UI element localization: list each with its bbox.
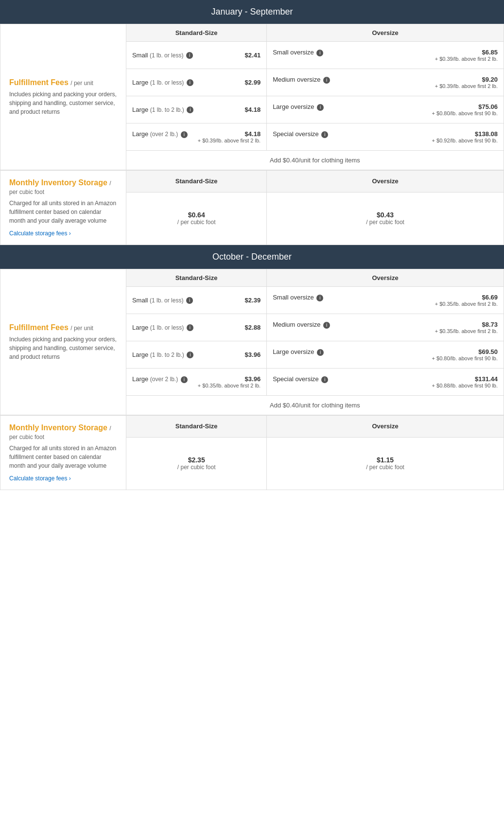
fulfillment-desc-oct: Includes picking and packing your orders… (9, 335, 117, 361)
ovr-cell-oct-1: Medium oversize i $8.73 + $0.35/lb. abov… (267, 314, 504, 341)
oct-dec-header: October - December (0, 245, 504, 269)
jan-sep-title: January - September (211, 7, 293, 17)
storage-desc-jan: Charged for all units stored in an Amazo… (9, 199, 117, 225)
ovr-cell-oct-2: Large oversize i $69.50 + $0.80/lb. abov… (267, 341, 504, 369)
clothing-note-oct: Add $0.40/unit for clothing items (126, 396, 504, 415)
std-storage-header-jan: Standard-Size (126, 171, 267, 193)
fulfillment-label-cell-jan: Fulfillment Fees / per unit Includes pic… (0, 24, 126, 170)
storage-label-cell-oct: Monthly Inventory Storage / per cubic fo… (0, 416, 126, 490)
jan-sep-storage-row: Monthly Inventory Storage / per cubic fo… (0, 171, 504, 193)
ovr-storage-header-oct: Oversize (267, 416, 504, 438)
oct-dec-title: October - December (212, 252, 292, 262)
ovr-header-oct: Oversize (267, 269, 504, 287)
ovr-cell-jan-3: Special oversize i $138.08 + $0.92/lb. a… (267, 123, 504, 151)
info-icon[interactable]: i (186, 52, 193, 59)
info-icon[interactable]: i (321, 131, 328, 138)
ovr-storage-price-jan: $0.43 / per cubic foot (267, 192, 504, 245)
info-icon[interactable]: i (317, 104, 324, 111)
info-icon[interactable]: i (321, 376, 328, 383)
info-icon[interactable]: i (187, 324, 193, 331)
info-icon[interactable]: i (316, 295, 323, 301)
jan-sep-section: January - September Fulfillment Fees / p… (0, 0, 504, 245)
info-icon[interactable]: i (181, 131, 188, 138)
std-cell-oct-1: Large (1 lb. or less) i $2.88 (126, 314, 266, 341)
storage-title-jan: Monthly Inventory Storage / per cubic fo… (9, 178, 117, 196)
storage-label-cell-jan: Monthly Inventory Storage / per cubic fo… (0, 171, 126, 245)
std-cell-jan-0: Small (1 lb. or less) i $2.41 (126, 42, 266, 69)
info-icon[interactable]: i (317, 349, 324, 356)
jan-sep-fulfillment-row: Fulfillment Fees / per unit Includes pic… (0, 24, 504, 42)
info-icon[interactable]: i (187, 79, 193, 86)
ovr-cell-jan-0: Small oversize i $6.85 + $0.39/lb. above… (267, 42, 504, 69)
std-storage-header-oct: Standard-Size (126, 416, 267, 438)
fulfillment-desc-jan: Includes picking and packing your orders… (9, 90, 117, 116)
clothing-note-jan: Add $0.40/unit for clothing items (126, 151, 504, 170)
fulfillment-label-cell-oct: Fulfillment Fees / per unit Includes pic… (0, 269, 126, 415)
std-storage-price-oct: $2.35 / per cubic foot (126, 437, 267, 490)
std-cell-jan-2: Large (1 lb. to 2 lb.) i $4.18 (126, 96, 266, 123)
std-storage-price-jan: $0.64 / per cubic foot (126, 192, 267, 245)
storage-title-oct: Monthly Inventory Storage / per cubic fo… (9, 423, 117, 441)
oct-dec-fulfillment-row: Fulfillment Fees / per unit Includes pic… (0, 269, 504, 287)
info-icon[interactable]: i (181, 376, 188, 383)
ovr-storage-price-oct: $1.15 / per cubic foot (267, 437, 504, 490)
calc-link-jan[interactable]: Calculate storage fees › (9, 230, 117, 237)
ovr-cell-jan-1: Medium oversize i $9.20 + $0.39/lb. abov… (267, 69, 504, 96)
info-icon[interactable]: i (316, 50, 323, 56)
std-header-jan: Standard-Size (126, 24, 266, 42)
oct-dec-section: October - December Fulfillment Fees / pe… (0, 245, 504, 490)
info-icon[interactable]: i (187, 352, 193, 358)
ovr-header-jan: Oversize (267, 24, 504, 42)
oct-dec-storage-row: Monthly Inventory Storage / per cubic fo… (0, 416, 504, 438)
ovr-storage-header-jan: Oversize (267, 171, 504, 193)
info-icon[interactable]: i (187, 106, 193, 113)
calc-link-oct[interactable]: Calculate storage fees › (9, 475, 117, 482)
storage-desc-oct: Charged for all units stored in an Amazo… (9, 444, 117, 470)
ovr-cell-oct-0: Small oversize i $6.69 + $0.35/lb. above… (267, 287, 504, 314)
ovr-cell-jan-2: Large oversize i $75.06 + $0.80/lb. abov… (267, 96, 504, 123)
fulfillment-title-jan: Fulfillment Fees / per unit (9, 78, 117, 87)
std-cell-jan-1: Large (1 lb. or less) i $2.99 (126, 69, 266, 96)
fulfillment-title-oct: Fulfillment Fees / per unit (9, 323, 117, 332)
info-icon[interactable]: i (323, 322, 330, 329)
std-cell-oct-0: Small (1 lb. or less) i $2.39 (126, 287, 266, 314)
ovr-cell-oct-3: Special oversize i $131.44 + $0.88/lb. a… (267, 369, 504, 396)
info-icon[interactable]: i (186, 297, 193, 304)
std-cell-oct-2: Large (1 lb. to 2 lb.) i $3.96 (126, 341, 266, 369)
jan-sep-header: January - September (0, 0, 504, 24)
std-cell-jan-3: Large (over 2 lb.) i $4.18 + $0.39/lb. a… (126, 123, 266, 151)
std-header-oct: Standard-Size (126, 269, 266, 287)
std-cell-oct-3: Large (over 2 lb.) i $3.96 + $0.35/lb. a… (126, 369, 266, 396)
info-icon[interactable]: i (323, 77, 330, 84)
